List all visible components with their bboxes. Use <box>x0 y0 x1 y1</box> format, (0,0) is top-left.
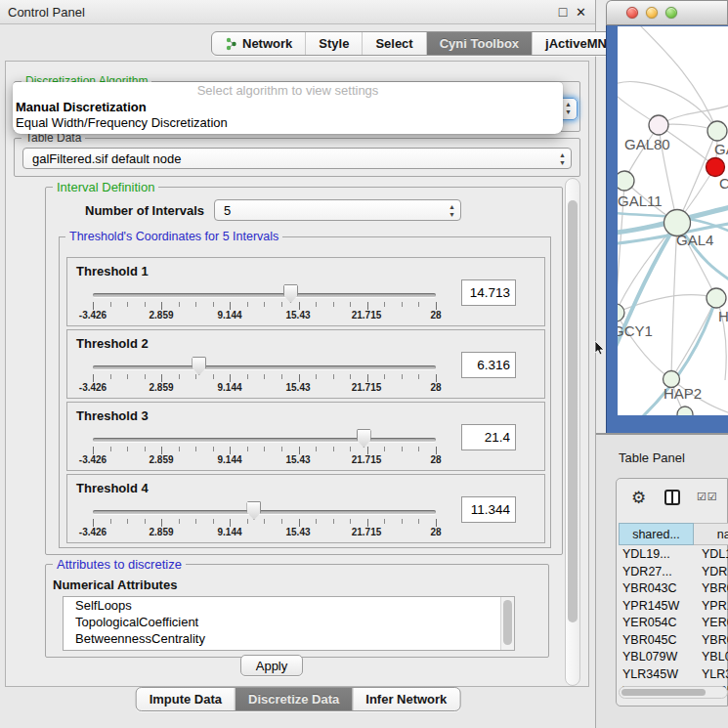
list-item[interactable]: SelfLoops <box>64 597 514 614</box>
column-header-shared-name[interactable]: shared... <box>619 523 694 545</box>
tab-infer-network[interactable]: Infer Network <box>352 688 459 710</box>
table-horizontal-scrollbar[interactable] <box>619 686 728 699</box>
table-row[interactable]: YPR145W YPR145W <box>619 599 728 617</box>
minimize-traffic-light-icon[interactable] <box>646 7 658 19</box>
network-window-frame: GAL80 GA C GAL11 GAL4 GCY1 H HAP2 <box>606 25 728 433</box>
stepper-icon: ▲ ▼ <box>565 101 572 116</box>
threshold-3-slider-track[interactable] <box>93 438 436 442</box>
tab-cyni-toolbox[interactable]: Cyni Toolbox <box>426 32 532 55</box>
popup-option-equal-width[interactable]: Equal Width/Frequency Discretization <box>13 115 563 131</box>
threshold-4-slider-track[interactable] <box>93 510 436 514</box>
threshold-2-slider-thumb[interactable] <box>192 357 206 375</box>
close-window-icon[interactable]: ✕ <box>576 5 586 20</box>
threshold-3-slider-thumb[interactable] <box>357 429 371 448</box>
table-body: YDL19... YDL19... YDR27... YDR27... YBR0… <box>619 547 728 702</box>
network-canvas[interactable]: GAL80 GA C GAL11 GAL4 GCY1 H HAP2 <box>618 26 728 415</box>
number-of-intervals-combo[interactable]: 5 ▲ ▼ <box>214 199 461 221</box>
zoom-traffic-light-icon[interactable] <box>665 7 677 19</box>
thresholds-group-title: Threshold's Coordinates for 5 Intervals <box>65 230 282 243</box>
node-partial-bottom[interactable] <box>677 407 693 415</box>
threshold-1-slider-track[interactable] <box>93 293 436 297</box>
thresholds-group: Threshold's Coordinates for 5 Intervals … <box>59 236 551 548</box>
node-partial-top-right[interactable] <box>707 121 727 141</box>
tab-discretize-data[interactable]: Discretize Data <box>235 688 352 710</box>
control-panel-window: Control Panel □ ✕ Network Style Select <box>0 0 596 728</box>
stepper-up-icon: ▲ <box>559 151 566 159</box>
node-red-selected[interactable] <box>707 158 725 177</box>
table-row[interactable]: YLR345W YLR345W <box>619 667 728 685</box>
column-layout-icon[interactable] <box>664 490 680 505</box>
cell-name[interactable]: YBL079W <box>694 650 728 667</box>
tick-label: 21.715 <box>352 382 382 393</box>
numerical-attributes-list: SelfLoops TopologicalCoefficient Between… <box>63 596 515 651</box>
float-window-icon[interactable]: □ <box>559 4 567 20</box>
node-gcy1[interactable] <box>618 304 624 321</box>
tick-label: 15.43 <box>285 454 310 465</box>
tick-label: 28 <box>430 382 441 393</box>
interval-definition-title: Interval Definition <box>53 180 158 194</box>
node-h[interactable] <box>707 288 726 308</box>
select-columns-icon[interactable]: ☑☑ <box>697 491 718 503</box>
tick-label: 21.715 <box>352 454 382 465</box>
threshold-1-value-field[interactable] <box>461 279 516 306</box>
table-row[interactable]: YER054C YER054C <box>619 616 728 633</box>
cell-name[interactable]: YBR045C <box>694 633 728 651</box>
table-row[interactable]: YDL19... YDL19... <box>619 547 728 565</box>
main-scrollbar[interactable] <box>565 178 580 686</box>
tab-impute-data[interactable]: Impute Data <box>137 688 235 710</box>
threshold-4-slider-thumb[interactable] <box>246 501 261 520</box>
threshold-4-value-field[interactable] <box>461 496 516 523</box>
table-row[interactable]: YBR043C YBR043C <box>619 581 728 599</box>
tick-marks-major <box>93 519 437 527</box>
tab-select[interactable]: Select <box>362 32 425 55</box>
cell-shared-name[interactable]: YER054C <box>619 616 694 633</box>
attributes-group: Attributes to discretize Numerical Attri… <box>45 564 549 658</box>
threshold-3-value-field[interactable] <box>461 424 516 450</box>
popup-option-manual-discretization[interactable]: Manual Discretization <box>13 100 563 115</box>
tick-label: 9.144 <box>217 527 241 537</box>
list-item[interactable]: BetweennessCentrality <box>64 630 514 647</box>
threshold-2-value-field[interactable] <box>461 352 516 378</box>
cell-name[interactable]: YER054C <box>694 616 728 633</box>
cell-shared-name[interactable]: YPR145W <box>619 599 694 617</box>
tick-label: 28 <box>430 454 441 465</box>
list-item[interactable]: TopologicalCoefficient <box>64 614 514 630</box>
cell-shared-name[interactable]: YLR345W <box>619 667 694 685</box>
control-panel-titlebar: Control Panel □ ✕ <box>0 0 595 24</box>
cell-shared-name[interactable]: YBL079W <box>619 650 694 667</box>
tick-label: 15.43 <box>285 310 310 321</box>
list-scrollbar[interactable] <box>500 597 514 650</box>
stepper-down-icon: ▼ <box>565 108 572 116</box>
apply-button[interactable]: Apply <box>240 655 303 676</box>
main-scrollbar-thumb[interactable] <box>568 200 578 622</box>
cell-name[interactable]: YBR043C <box>694 581 728 599</box>
cell-shared-name[interactable]: YBR045C <box>619 633 694 651</box>
cell-name[interactable]: YPR145W <box>694 599 728 617</box>
close-traffic-light-icon[interactable] <box>626 7 638 19</box>
column-header-name[interactable]: name <box>694 523 728 545</box>
table-horizontal-scrollbar-thumb[interactable] <box>621 689 706 696</box>
table-data-combo[interactable]: galFiltered.sif default node ▲ ▼ <box>22 148 572 169</box>
tab-style[interactable]: Style <box>305 32 362 55</box>
table-row[interactable]: YBR045C YBR045C <box>619 633 728 651</box>
node-gal80[interactable] <box>649 115 668 135</box>
tab-network[interactable]: Network <box>212 32 305 55</box>
gear-icon[interactable]: ⚙ <box>631 488 646 508</box>
cell-name[interactable]: YLR345W <box>694 667 728 685</box>
tick-label: 9.144 <box>217 454 241 465</box>
threshold-2-slider-track[interactable] <box>93 365 436 369</box>
node-gal11[interactable] <box>618 171 634 191</box>
number-of-intervals-label: Number of Intervals <box>85 203 204 218</box>
table-row[interactable]: YBL079W YBL079W <box>619 650 728 667</box>
threshold-2-panel: Threshold 2 -3.426 2.859 9.144 15.43 21.… <box>66 329 545 399</box>
cell-shared-name[interactable]: YDR27... <box>619 565 694 582</box>
cell-shared-name[interactable]: YDL19... <box>619 547 694 565</box>
cell-name[interactable]: YDR27... <box>694 565 728 582</box>
table-row[interactable]: YDR27... YDR27... <box>619 565 728 582</box>
cell-shared-name[interactable]: YBR043C <box>619 581 694 599</box>
node-label-gal4: GAL4 <box>676 232 713 248</box>
cell-name[interactable]: YDL19... <box>694 547 728 565</box>
table-toolbar: ⚙ ☑☑ <box>617 485 727 512</box>
list-scrollbar-thumb[interactable] <box>503 600 512 645</box>
threshold-1-slider-thumb[interactable] <box>283 284 298 303</box>
